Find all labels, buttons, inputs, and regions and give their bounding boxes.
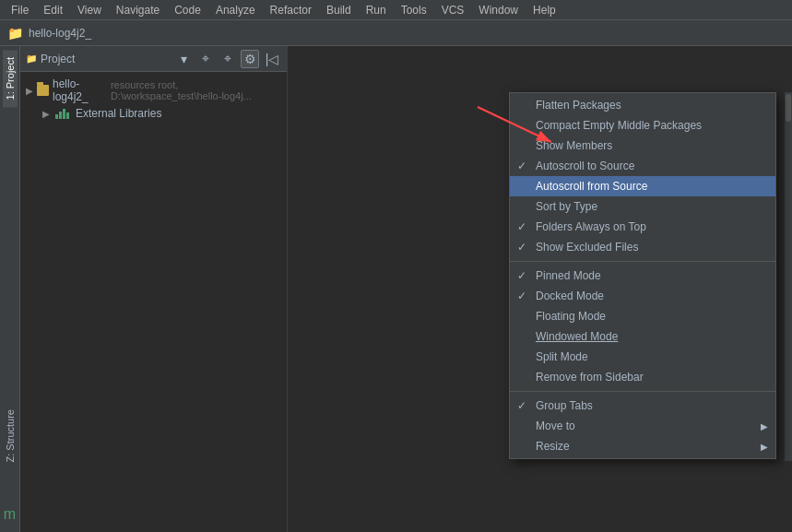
panel-header: 📁 Project ▾ ⌖ ⌖ ⚙ |◁ — [20, 46, 287, 72]
scrollbar[interactable] — [785, 92, 792, 461]
menu-analyze[interactable]: Analyze — [208, 2, 263, 18]
tree-item-project-subtext: resources root, D:\workspace_test\hello-… — [111, 79, 281, 101]
panel-folder-icon: 📁 — [26, 53, 37, 64]
menu-item-autoscroll-to-source[interactable]: ✓ Autoscroll to Source — [510, 156, 775, 176]
menu-tools[interactable]: Tools — [394, 2, 434, 18]
menu-item-flatten-packages-label: Flatten Packages — [536, 99, 621, 112]
tree-arrow-libraries: ▶ — [42, 109, 52, 119]
main-content: Flatten Packages Compact Empty Middle Pa… — [288, 46, 792, 532]
dropdown-menu: Flatten Packages Compact Empty Middle Pa… — [509, 92, 776, 459]
menu-item-floating-mode-label: Floating Mode — [536, 310, 606, 323]
menu-item-compact-packages-label: Compact Empty Middle Packages — [536, 119, 702, 132]
panel-pin-btn[interactable]: |◁ — [263, 50, 281, 68]
folder-icon-project — [37, 85, 49, 96]
panel-settings-btn[interactable]: ⚙ — [241, 50, 259, 68]
separator-2 — [510, 391, 775, 392]
menu-item-split-mode[interactable]: Split Mode — [510, 347, 775, 367]
sidebar-tab-project[interactable]: 1: Project — [3, 50, 18, 107]
left-sidebar: 1: Project Z: Structure m — [0, 46, 20, 532]
tree-item-project[interactable]: ▶ hello-log4j2_ resources root, D:\works… — [20, 76, 287, 105]
title-bar: 📁 hello-log4j2_ — [0, 20, 792, 46]
menu-refactor[interactable]: Refactor — [263, 2, 319, 18]
menu-item-windowed-mode-label: Windowed Mode — [536, 330, 618, 343]
tree-item-libraries-label: External Libraries — [76, 107, 161, 120]
check-group-tabs: ✓ — [517, 399, 526, 412]
menu-code[interactable]: Code — [167, 2, 208, 18]
menu-item-sort-by-type-label: Sort by Type — [536, 200, 597, 213]
menu-help[interactable]: Help — [526, 2, 563, 18]
menu-item-compact-packages[interactable]: Compact Empty Middle Packages — [510, 115, 775, 136]
arrow-move-to: ▶ — [761, 421, 768, 432]
menu-item-sort-by-type[interactable]: Sort by Type — [510, 196, 775, 217]
check-folders-on-top: ✓ — [517, 220, 526, 233]
menu-item-docked-mode[interactable]: ✓ Docked Mode — [510, 286, 775, 306]
menu-item-move-to-label: Move to — [536, 420, 575, 432]
menu-file[interactable]: File — [4, 2, 36, 18]
menu-navigate[interactable]: Navigate — [109, 2, 167, 18]
menu-item-autoscroll-to-source-label: Autoscroll to Source — [536, 160, 634, 172]
project-panel: 📁 Project ▾ ⌖ ⌖ ⚙ |◁ ▶ hello-log4j2_ res… — [20, 46, 288, 532]
menu-window[interactable]: Window — [471, 2, 526, 18]
menu-item-remove-sidebar-label: Remove from Sidebar — [536, 371, 644, 384]
menu-edit[interactable]: Edit — [36, 2, 70, 18]
title-bar-text: hello-log4j2_ — [29, 27, 91, 40]
tree-item-project-label: hello-log4j2_ — [53, 77, 103, 103]
arrow-resize: ▶ — [761, 442, 768, 452]
menu-item-resize-label: Resize — [536, 440, 570, 453]
menu-item-pinned-mode[interactable]: ✓ Pinned Mode — [510, 266, 775, 286]
tree-item-libraries[interactable]: ▶ External Libraries — [20, 105, 287, 122]
menu-item-folders-on-top-label: Folders Always on Top — [536, 220, 646, 233]
sidebar-tab-structure[interactable]: Z: Structure — [3, 402, 18, 469]
tree-arrow-project: ▶ — [26, 86, 33, 96]
menu-item-show-members[interactable]: Show Members — [510, 136, 775, 156]
menu-item-docked-mode-label: Docked Mode — [536, 290, 604, 302]
menu-item-show-excluded[interactable]: ✓ Show Excluded Files — [510, 237, 775, 257]
menu-item-pinned-mode-label: Pinned Mode — [536, 269, 601, 282]
menu-vcs[interactable]: VCS — [434, 2, 472, 18]
menu-item-split-mode-label: Split Mode — [536, 350, 588, 363]
menu-item-autoscroll-from-source[interactable]: Autoscroll from Source — [510, 176, 775, 196]
check-autoscroll-to-source: ✓ — [517, 160, 526, 172]
menu-item-floating-mode[interactable]: Floating Mode — [510, 306, 775, 326]
menu-item-move-to[interactable]: Move to ▶ — [510, 416, 775, 436]
menu-item-group-tabs-label: Group Tabs — [536, 399, 593, 412]
menu-run[interactable]: Run — [359, 2, 394, 18]
menu-bar: File Edit View Navigate Code Analyze Ref… — [0, 0, 792, 20]
panel-dropdown-btn[interactable]: ▾ — [174, 50, 193, 68]
maven-icon[interactable]: m — [4, 506, 16, 523]
main-layout: 1: Project Z: Structure m 📁 Project ▾ ⌖ … — [0, 46, 792, 532]
panel-title: Project — [41, 53, 171, 65]
menu-item-flatten-packages[interactable]: Flatten Packages — [510, 95, 775, 115]
project-icon: 📁 — [7, 26, 23, 41]
panel-scroll-source-btn[interactable]: ⌖ — [196, 50, 215, 68]
menu-item-resize[interactable]: Resize ▶ — [510, 436, 775, 456]
menu-item-folders-on-top[interactable]: ✓ Folders Always on Top — [510, 217, 775, 237]
check-docked-mode: ✓ — [517, 290, 526, 302]
library-icon — [55, 108, 70, 119]
check-pinned-mode: ✓ — [517, 269, 526, 282]
menu-item-show-excluded-label: Show Excluded Files — [536, 241, 638, 254]
separator-1 — [510, 261, 775, 262]
scrollbar-thumb[interactable] — [786, 94, 791, 122]
project-tree: ▶ hello-log4j2_ resources root, D:\works… — [20, 72, 287, 532]
check-show-excluded: ✓ — [517, 241, 526, 254]
menu-item-autoscroll-from-source-label: Autoscroll from Source — [536, 180, 647, 193]
menu-item-group-tabs[interactable]: ✓ Group Tabs — [510, 396, 775, 416]
menu-view[interactable]: View — [70, 2, 109, 18]
menu-item-remove-sidebar[interactable]: Remove from Sidebar — [510, 367, 775, 387]
menu-build[interactable]: Build — [319, 2, 359, 18]
menu-item-windowed-mode[interactable]: Windowed Mode — [510, 326, 775, 347]
menu-item-show-members-label: Show Members — [536, 139, 612, 152]
panel-scroll-target-btn[interactable]: ⌖ — [219, 50, 237, 68]
